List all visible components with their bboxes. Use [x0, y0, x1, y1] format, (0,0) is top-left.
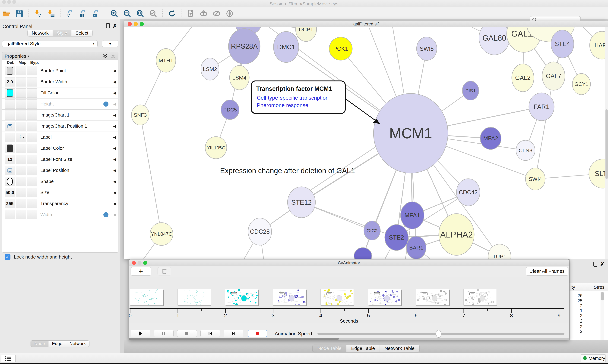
property-row-label-position[interactable]: Label Position◀ — [2, 165, 118, 176]
graph-node-swi4[interactable]: SWI4 — [525, 168, 545, 190]
property-row-border-paint[interactable]: Border Paint◀ — [2, 65, 118, 76]
graph-node-mfa1[interactable]: MFA1 — [401, 202, 424, 229]
graph-node-gal80[interactable]: GAL80 — [479, 27, 510, 55]
table-cell-value[interactable]: 2 — [570, 318, 582, 324]
timeline-horizontal-scrollbar[interactable] — [129, 338, 569, 340]
node-table-grid[interactable]: ity Stres 2625212222 — [569, 283, 608, 340]
style-options-button[interactable]: ▼ — [102, 40, 118, 47]
frame-thumbnail-4[interactable] — [273, 289, 306, 305]
expand-row-icon[interactable]: ◀ — [113, 80, 116, 84]
tab-select[interactable]: Select — [71, 30, 93, 36]
expand-row-icon[interactable]: ◀ — [113, 190, 116, 195]
graph-node-pck1[interactable]: PCK1 — [329, 37, 352, 60]
add-frame-button[interactable]: + — [131, 267, 151, 275]
close-panel-icon[interactable]: ✗ — [113, 23, 117, 28]
tab-style[interactable]: Style — [53, 30, 71, 36]
cyanimator-titlebar[interactable]: CyAnimator — [129, 260, 569, 266]
network-vertical-scrollbar[interactable] — [605, 27, 608, 259]
graph-node-cln3[interactable]: CLN3 — [516, 140, 535, 160]
table-vertical-scrollbar[interactable] — [601, 292, 604, 340]
graph-node-lsm2[interactable]: LSM2 — [201, 58, 219, 80]
graph-node-pis1[interactable]: PIS1 — [462, 81, 479, 100]
expand-row-icon[interactable]: ◀ — [113, 69, 116, 73]
table-column-header[interactable]: Stres — [594, 285, 605, 290]
graph-node-ynl047c[interactable]: YNL047C — [150, 223, 173, 246]
expand-row-icon[interactable]: ◀ — [113, 212, 116, 217]
callout-annotation[interactable]: Transcription factor MCM1Cell-type-speci… — [251, 81, 380, 124]
zoom-in-icon[interactable] — [109, 9, 119, 18]
frame-thumbnail-2[interactable] — [178, 289, 211, 305]
frame-thumbnail-1[interactable] — [130, 289, 163, 305]
tab-network[interactable]: Network — [28, 30, 53, 36]
zoom-selected-icon[interactable] — [148, 9, 158, 18]
graph-node-mth1[interactable]: MTH1 — [156, 49, 176, 72]
table-cell-value[interactable]: 2 — [570, 313, 582, 318]
collapse-all-icon[interactable] — [110, 53, 116, 59]
graph-node-ste2[interactable]: STE2 — [385, 224, 408, 250]
expand-all-icon[interactable] — [102, 53, 108, 59]
info-icon[interactable]: i — [103, 102, 109, 106]
network-window-titlebar[interactable]: galFiltered.sif — [124, 21, 608, 27]
graph-node-gal7[interactable]: GAL7 — [542, 62, 565, 90]
expand-row-icon[interactable]: ◀ — [113, 124, 116, 128]
graph-node-mfa2[interactable]: MFA2 — [480, 127, 501, 149]
graph-node-swi5[interactable]: SWI5 — [416, 37, 437, 60]
close-panel-icon[interactable]: ✗ — [600, 262, 605, 267]
panel-tab-node[interactable]: Node — [31, 341, 48, 347]
expand-row-icon[interactable]: ◀ — [113, 91, 116, 95]
graph-node-yil105c[interactable]: YIL105C — [205, 137, 227, 159]
import-table-icon[interactable] — [46, 9, 56, 18]
timeline-ruler[interactable]: 0123456789 — [129, 305, 569, 318]
delete-frame-button[interactable] — [158, 267, 171, 275]
stop-button[interactable] — [177, 330, 197, 337]
export-network-icon[interactable] — [65, 9, 75, 18]
graph-node-gic2[interactable]: GIC2 — [364, 221, 380, 240]
properties-header[interactable]: Properties — [5, 53, 26, 59]
task-history-button[interactable] — [1, 355, 15, 363]
lock-size-checkbox[interactable]: ✓ — [5, 254, 11, 260]
float-panel-icon[interactable] — [594, 262, 597, 267]
graph-node-ste12[interactable]: STE12 — [288, 187, 315, 218]
frame-thumbnail-8[interactable] — [463, 289, 497, 305]
info-icon[interactable]: i — [103, 212, 109, 217]
graph-node-far1[interactable]: FAR1 — [529, 93, 554, 121]
table-cell-value[interactable]: 1 — [570, 308, 582, 313]
frame-thumbnail-6[interactable] — [368, 289, 401, 305]
expand-row-icon[interactable]: ◀ — [113, 102, 116, 106]
play-button[interactable] — [131, 330, 150, 337]
record-button[interactable] — [248, 330, 267, 337]
next-frame-button[interactable] — [224, 330, 243, 337]
refresh-layout-icon[interactable] — [167, 9, 177, 18]
graph-node-gal2[interactable]: GAL2 — [512, 64, 534, 92]
prev-frame-button[interactable] — [200, 330, 220, 337]
graph-node-purp[interactable] — [354, 248, 372, 259]
graph-edge[interactable] — [535, 76, 553, 179]
graph-node-cdc28[interactable]: CDC28 — [248, 218, 272, 245]
property-row-transparency[interactable]: 255Transparency◀ — [2, 198, 118, 209]
save-icon[interactable] — [14, 9, 24, 18]
graph-node-snf3[interactable]: SNF3 — [131, 105, 149, 125]
graph-node-bar1[interactable]: BAR1 — [406, 236, 426, 259]
callout-link[interactable]: Cell-type-specific transcription — [257, 95, 329, 101]
show-eye-icon[interactable] — [224, 9, 235, 18]
graph-node-gcy1[interactable]: GCY1 — [572, 74, 590, 95]
style-selector[interactable]: galFiltered Style ▾ — [2, 40, 97, 47]
text-annotation[interactable]: Expression change after deletion of GAL1 — [220, 167, 355, 175]
property-row-fill-color[interactable]: Fill Color◀ — [2, 87, 118, 99]
property-row-width[interactable]: Widthi◀ — [2, 209, 118, 220]
graph-node-pdc5[interactable]: PDC5 — [221, 100, 239, 119]
table-cell-value[interactable]: 2 — [570, 329, 582, 334]
table-column-header[interactable]: ity — [570, 285, 588, 290]
import-network-icon[interactable] — [33, 9, 43, 18]
first-neighbors-icon[interactable] — [199, 9, 209, 18]
property-row-image-chart-1[interactable]: Image/Chart 1◀ — [2, 110, 118, 121]
tab-edge-table[interactable]: Edge Table — [346, 345, 380, 352]
pause-button[interactable] — [154, 330, 174, 337]
callout-link[interactable]: Pheromone response — [257, 102, 308, 108]
graph-node-lsm4[interactable]: LSM4 — [230, 65, 249, 90]
graph-node-dmc1[interactable]: DMC1 — [274, 31, 299, 63]
graph-edge[interactable] — [302, 202, 397, 237]
panel-tab-edge[interactable]: Edge — [48, 341, 66, 347]
network-canvas[interactable]: RPS28ADMC1DCP1PCK1MTH1LSM2LSM4SNF3PDC5YI… — [124, 27, 608, 259]
memory-status-button[interactable]: Memory — [581, 354, 606, 362]
